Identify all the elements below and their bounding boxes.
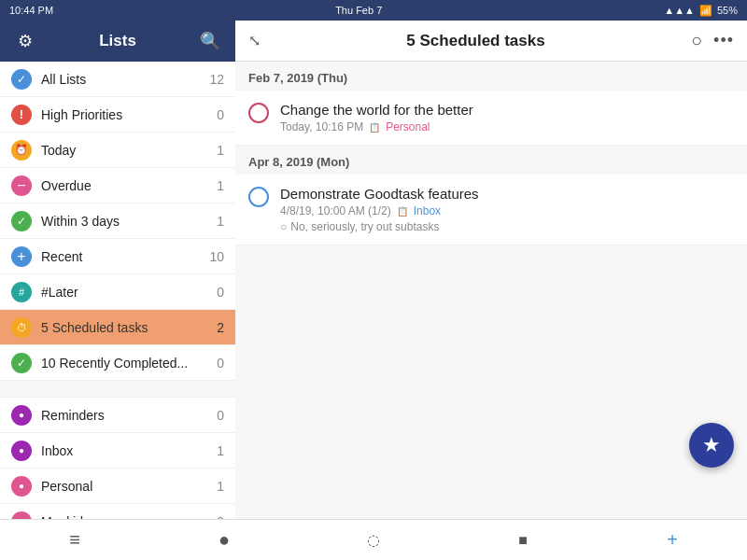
task-title-1: Change the world for the better: [280, 102, 734, 118]
status-day: Thu Feb 7: [335, 5, 382, 16]
sidebar-item-reminders[interactable]: ● Reminders 0: [0, 398, 235, 433]
bottom-dot-button[interactable]: ●: [149, 520, 299, 561]
overdue-label: Overdue: [41, 178, 207, 193]
high-priorities-label: High Priorities: [41, 107, 207, 122]
bottom-menu-button[interactable]: ≡: [0, 520, 149, 561]
all-lists-label: All Lists: [41, 72, 200, 87]
task-checkbox-1[interactable]: [248, 103, 269, 123]
scheduled-label: 5 Scheduled tasks: [41, 320, 207, 335]
signal-icon: ▲▲▲: [664, 5, 695, 16]
task-meta-2: 4/8/19, 10:00 AM (1/2) 📋 Inbox: [280, 204, 734, 217]
personal-count: 1: [217, 479, 224, 494]
task-list-icon-2: 📋: [397, 206, 408, 217]
bottom-spinner-button[interactable]: ◌: [299, 520, 448, 561]
sidebar-item-within-3-days[interactable]: ✓ Within 3 days 1: [0, 203, 235, 239]
within-3-days-label: Within 3 days: [41, 214, 207, 229]
meal-ideas-icon: ●: [11, 511, 32, 520]
bottom-bar: ≡ ● ◌ ■ +: [0, 519, 747, 560]
high-priorities-icon: !: [11, 105, 32, 125]
recent-count: 10: [209, 249, 224, 264]
sidebar-header: ⚙ Lists 🔍: [0, 21, 235, 62]
inbox-icon: ●: [11, 441, 32, 461]
status-indicators: ▲▲▲ 📶 55%: [664, 5, 738, 17]
personal-label: Personal: [41, 479, 207, 494]
subtask-text: No, seriously, try out subtasks: [290, 220, 439, 233]
bottom-square-button[interactable]: ■: [448, 520, 598, 561]
sidebar-item-high-priorities[interactable]: ! High Priorities 0: [0, 97, 235, 133]
bottom-plus-button[interactable]: +: [598, 520, 747, 561]
task-time-2: 4/8/19, 10:00 AM (1/2): [280, 204, 391, 217]
today-icon: ⏰: [11, 140, 32, 161]
status-bar: 10:44 PM Thu Feb 7 ▲▲▲ 📶 55%: [0, 0, 747, 21]
recent-icon: +: [11, 246, 32, 267]
all-lists-icon: ✓: [11, 69, 32, 90]
content-title: 5 Scheduled tasks: [261, 32, 691, 50]
sidebar-item-today[interactable]: ⏰ Today 1: [0, 133, 235, 168]
task-item-1: Change the world for the better Today, 1…: [235, 91, 747, 146]
overdue-count: 1: [217, 178, 224, 193]
circle-button[interactable]: ○: [691, 30, 702, 51]
reminders-label: Reminders: [41, 408, 207, 423]
task-time-1: Today, 10:16 PM: [280, 120, 363, 133]
main-container: ⚙ Lists 🔍 ✓ All Lists 12 ! High Prioriti…: [0, 21, 747, 519]
sidebar-list: ✓ All Lists 12 ! High Priorities 0 ⏰ Tod…: [0, 62, 235, 519]
wifi-icon: 📶: [699, 5, 712, 17]
later-icon: #: [11, 282, 32, 302]
sidebar-item-meal-ideas[interactable]: ● Meal ideas 2: [0, 504, 235, 519]
later-count: 0: [217, 285, 224, 300]
date-header-1: Feb 7, 2019 (Thu): [235, 62, 747, 91]
content-scroll: Feb 7, 2019 (Thu) Change the world for t…: [235, 62, 747, 519]
header-right: ○ •••: [691, 30, 734, 51]
content-area: ⤡ 5 Scheduled tasks ○ ••• Feb 7, 2019 (T…: [235, 21, 747, 519]
fab-icon: ★: [702, 433, 721, 457]
task-content-1: Change the world for the better Today, 1…: [280, 102, 734, 133]
today-count: 1: [217, 143, 224, 158]
reminders-icon: ●: [11, 405, 32, 426]
sidebar-item-completed[interactable]: ✓ 10 Recently Completed... 0: [0, 345, 235, 381]
inbox-count: 1: [217, 443, 224, 458]
settings-button[interactable]: ⚙: [11, 27, 39, 55]
battery-indicator: 55%: [717, 5, 738, 16]
more-button[interactable]: •••: [713, 31, 734, 50]
sidebar-title: Lists: [39, 32, 196, 50]
status-time: 10:44 PM: [9, 5, 53, 16]
completed-count: 0: [217, 356, 224, 371]
task-item-2: Demonstrate Goodtask features 4/8/19, 10…: [235, 175, 747, 245]
within-3-days-count: 1: [217, 214, 224, 229]
scheduled-count: 2: [217, 320, 224, 335]
search-button[interactable]: 🔍: [196, 27, 224, 55]
overdue-icon: −: [11, 175, 32, 196]
scheduled-icon: ⏱: [11, 317, 32, 338]
later-label: #Later: [41, 285, 207, 300]
subtask-icon: ○: [280, 220, 287, 233]
content-header: ⤡ 5 Scheduled tasks ○ •••: [235, 21, 747, 62]
task-tag-2: Inbox: [414, 204, 441, 217]
personal-icon: ●: [11, 476, 32, 497]
sidebar: ⚙ Lists 🔍 ✓ All Lists 12 ! High Prioriti…: [0, 21, 235, 519]
task-list-icon-1: 📋: [369, 122, 380, 133]
sidebar-item-all-lists[interactable]: ✓ All Lists 12: [0, 62, 235, 97]
all-lists-count: 12: [209, 72, 224, 87]
expand-button[interactable]: ⤡: [248, 32, 261, 49]
recent-label: Recent: [41, 249, 200, 264]
completed-icon: ✓: [11, 353, 32, 373]
inbox-label: Inbox: [41, 443, 207, 458]
task-meta-1: Today, 10:16 PM 📋 Personal: [280, 120, 734, 133]
task-subtask-2: ○ No, seriously, try out subtasks: [280, 220, 734, 233]
high-priorities-count: 0: [217, 107, 224, 122]
sidebar-item-scheduled[interactable]: ⏱ 5 Scheduled tasks 2: [0, 310, 235, 345]
header-left: ⤡: [248, 32, 261, 49]
within-3-days-icon: ✓: [11, 211, 32, 231]
sidebar-item-overdue[interactable]: − Overdue 1: [0, 168, 235, 203]
sidebar-item-later[interactable]: # #Later 0: [0, 274, 235, 310]
task-title-2: Demonstrate Goodtask features: [280, 186, 734, 202]
task-checkbox-2[interactable]: [248, 187, 269, 207]
reminders-count: 0: [217, 408, 224, 423]
task-content-2: Demonstrate Goodtask features 4/8/19, 10…: [280, 186, 734, 233]
fab-button[interactable]: ★: [689, 423, 734, 468]
sidebar-item-personal[interactable]: ● Personal 1: [0, 469, 235, 504]
date-header-2: Apr 8, 2019 (Mon): [235, 146, 747, 175]
sidebar-item-inbox[interactable]: ● Inbox 1: [0, 433, 235, 469]
today-label: Today: [41, 143, 207, 158]
sidebar-item-recent[interactable]: + Recent 10: [0, 239, 235, 274]
